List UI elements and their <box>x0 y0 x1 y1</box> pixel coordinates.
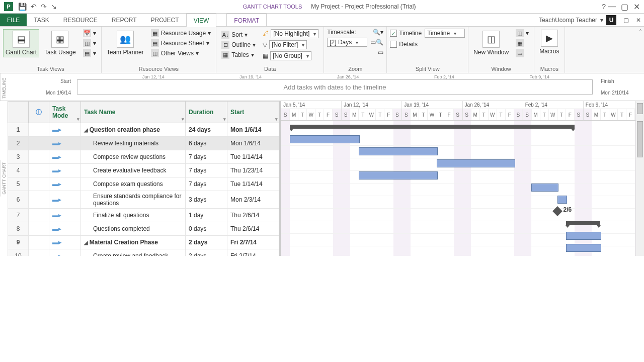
team-planner-button[interactable]: 👥 Team Planner <box>105 30 146 57</box>
other-views-button[interactable]: ◫Other Views ▾ <box>149 49 213 58</box>
timeline-combo[interactable]: Timeline <box>425 29 465 38</box>
gantt-chart-button[interactable]: ▤ Gantt Chart <box>3 29 39 57</box>
highlight-combo[interactable]: 🖍[No Highlight] <box>261 29 320 39</box>
avatar[interactable]: U <box>606 15 616 25</box>
col-start[interactable]: Start <box>230 109 244 116</box>
gantt-week-label: Jan 26, '14 <box>463 101 523 109</box>
table-row[interactable]: 8 ▬▸ Questions completed 0 days Thu 2/6/… <box>8 222 279 236</box>
minimize-icon[interactable]: — <box>608 2 616 12</box>
table-row[interactable]: 5 ▬▸ Compose exam questions 7 days Tue 1… <box>8 177 279 191</box>
tab-resource[interactable]: RESOURCE <box>56 14 105 26</box>
undo-icon[interactable]: ↶ <box>29 3 39 11</box>
arrange-button[interactable]: ▦ <box>514 39 531 48</box>
gantt-task-bar[interactable] <box>566 232 602 240</box>
table-row[interactable]: 2 ▬▸ Review testing materials 6 days Mon… <box>8 137 279 150</box>
task-mode-icon: ▬▸ <box>52 239 61 246</box>
doc-restore-icon[interactable]: ▢ <box>623 17 629 24</box>
col-mode[interactable]: Task Mode <box>52 105 68 119</box>
new-window-button[interactable]: ◫ New Window <box>471 30 511 57</box>
tab-view[interactable]: VIEW <box>186 14 217 27</box>
gantt-task-bar[interactable] <box>531 184 558 192</box>
team-icon: 👥 <box>117 31 134 48</box>
calendar-small-button[interactable]: 📅▾ <box>81 29 98 38</box>
macros-button[interactable]: ▶ Macros <box>537 29 561 56</box>
zoom-selected-icon[interactable]: ▭ <box>378 49 383 56</box>
timescale-combo[interactable]: [2] Days <box>327 38 367 47</box>
gantt-chart[interactable]: Jan 5, '14SMTWTFSJan 12, '14SMTWTFSJan 1… <box>281 101 644 256</box>
gantt-task-bar[interactable] <box>359 171 437 179</box>
table-row[interactable]: 7 ▬▸ Finalize all questions 1 day Thu 2/… <box>8 209 279 222</box>
gantt-day-label: M <box>592 109 601 120</box>
gantt-task-bar[interactable] <box>557 196 567 204</box>
window-icon: ◫ <box>482 31 500 48</box>
task-usage-button[interactable]: ▦ Task Usage <box>42 30 78 57</box>
tab-format[interactable]: FORMAT <box>226 14 267 27</box>
save-icon[interactable]: 💾 <box>16 3 29 11</box>
gantt-day-label: T <box>497 109 506 120</box>
vertical-scrollbar[interactable] <box>635 101 644 256</box>
gantt-day-label: W <box>367 109 376 120</box>
gantt-task-bar[interactable] <box>437 159 515 167</box>
timeline-start-date: Mon 1/6/14 <box>46 90 71 96</box>
gantt-day-label: S <box>402 109 411 120</box>
group-combo[interactable]: ▦[No Group] <box>261 51 320 61</box>
group-data: Data <box>219 66 320 72</box>
window-title: My Project - Project Professional (Trial… <box>311 3 416 10</box>
network-small-button[interactable]: ◫▾ <box>81 39 98 48</box>
timeline-tick: Feb 2, '14 <box>434 74 454 79</box>
table-row[interactable]: 10 ▬▸ Create review and feedback 2 days … <box>8 249 279 256</box>
brush-icon[interactable]: ↘ <box>49 3 59 11</box>
filter-combo[interactable]: ▽[No Filter] <box>261 40 320 50</box>
redo-icon[interactable]: ↷ <box>39 3 49 11</box>
col-info-icon[interactable]: ⓘ <box>36 109 42 116</box>
timeline-finish-label: Finish <box>601 78 614 84</box>
help-icon[interactable]: ? <box>600 3 608 11</box>
other-small-button[interactable]: ▤▾ <box>81 49 98 58</box>
sort-button[interactable]: A↓Sort ▾ <box>219 30 258 39</box>
gantt-day-label: F <box>384 109 393 120</box>
gantt-task-bar[interactable] <box>566 244 602 252</box>
table-row[interactable]: 3 ▬▸ Compose review questions 7 days Tue… <box>8 150 279 164</box>
details-checkbox[interactable]: Details <box>390 41 418 48</box>
group-task-views: Task Views <box>3 66 98 72</box>
milestone-label: 2/6 <box>564 206 572 213</box>
switch-button[interactable]: ◫▾ <box>514 29 531 38</box>
task-table[interactable]: ⓘ Task Mode▾ Task Name▾ Duration▾ Start▾… <box>8 101 279 256</box>
gantt-day-label: F <box>506 109 514 120</box>
timeline-checkbox[interactable]: ✓Timeline <box>390 30 422 37</box>
resource-sheet-button[interactable]: ▤Resource Sheet ▾ <box>149 39 213 48</box>
timeline-track[interactable]: Jan 12, '14Jan 19, '14Jan 26, '14Feb 2, … <box>77 75 595 99</box>
gantt-day-label: F <box>445 109 454 120</box>
doc-close-icon[interactable]: ✕ <box>636 17 641 24</box>
hide-button[interactable]: ▭ <box>514 49 531 58</box>
task-mode-icon: ▬▸ <box>52 153 61 160</box>
collapse-ribbon-icon[interactable]: ˄ <box>639 29 642 36</box>
tab-report[interactable]: REPORT <box>105 14 144 26</box>
tab-project[interactable]: PROJECT <box>144 14 186 26</box>
table-row[interactable]: 9 ▬▸ Material Creation Phase 2 days Fri … <box>8 236 279 249</box>
table-row[interactable]: 4 ▬▸ Create evaluative feedback 7 days T… <box>8 164 279 177</box>
gantt-summary-bar[interactable] <box>290 125 575 129</box>
tab-file[interactable]: FILE <box>0 14 27 26</box>
table-row[interactable]: 1 ▬▸ Question creation phase 24 days Mon… <box>8 123 279 137</box>
gantt-task-bar[interactable] <box>359 147 437 155</box>
gantt-week-label: Feb 2, '14 <box>523 101 583 109</box>
tables-button[interactable]: ▦Tables ▾ <box>219 50 258 59</box>
close-icon[interactable]: ✕ <box>633 2 640 12</box>
col-name[interactable]: Task Name <box>84 109 115 116</box>
table-row[interactable]: 6 ▬▸ Ensure standards compliance for que… <box>8 191 279 209</box>
gantt-icon: ▤ <box>13 31 30 48</box>
resource-usage-button[interactable]: ▦Resource Usage ▾ <box>149 29 213 38</box>
zoom-entire-icon[interactable]: ▭🔍 <box>370 39 383 46</box>
zoom-icon[interactable]: 🔍▾ <box>373 29 383 36</box>
gantt-summary-bar[interactable] <box>566 221 601 225</box>
gantt-task-bar[interactable] <box>290 135 360 143</box>
task-mode-icon: ▬▸ <box>52 212 61 219</box>
app-icon: P <box>4 2 13 11</box>
outline-button[interactable]: ⊟Outline ▾ <box>219 40 258 49</box>
col-duration[interactable]: Duration <box>189 109 213 116</box>
tab-task[interactable]: TASK <box>27 14 56 26</box>
user-name[interactable]: TeachUcomp Teacher <box>539 17 597 24</box>
timeline-start-label: Start <box>60 78 71 84</box>
restore-icon[interactable]: ▢ <box>621 2 628 12</box>
